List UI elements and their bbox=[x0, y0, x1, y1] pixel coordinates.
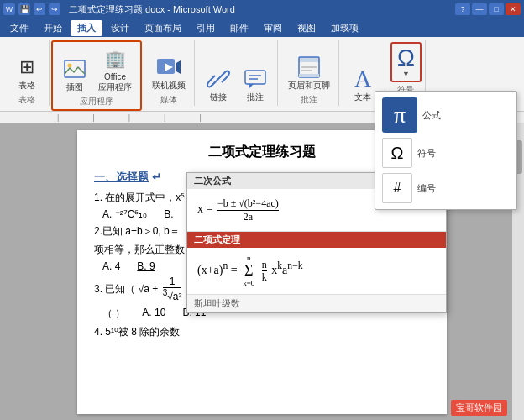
section-cursor: ↵ bbox=[152, 171, 161, 183]
comment-button[interactable]: 批注 bbox=[238, 64, 272, 104]
sigma-symbol: n Σ k=0 bbox=[243, 255, 254, 287]
numbering-row[interactable]: # 编号 bbox=[379, 171, 513, 206]
comment-icon bbox=[242, 66, 269, 92]
sum-lower: k=0 bbox=[243, 280, 254, 287]
watermark: 宝哥软件园 bbox=[451, 400, 507, 416]
ribbon-group-illustration: 插图 🏢 Office应用程序 应用程序 bbox=[51, 40, 142, 111]
svg-rect-5 bbox=[245, 71, 265, 84]
title-text: 二项式定理练习题.docx - Microsoft Word bbox=[69, 3, 235, 16]
ribbon-group-symbol: Ω ▼ 符号 bbox=[387, 40, 426, 96]
close-button[interactable]: ✕ bbox=[506, 3, 521, 15]
menu-mail[interactable]: 邮件 bbox=[223, 20, 255, 36]
title-bar: W 💾 ↩ ↪ 二项式定理练习题.docx - Microsoft Word ?… bbox=[0, 0, 524, 18]
window-controls: ? — □ ✕ bbox=[455, 3, 521, 15]
symbol-dropdown: π 公式 Ω 符号 # 编号 bbox=[375, 91, 517, 210]
menu-file[interactable]: 文件 bbox=[3, 20, 35, 36]
ans-3bracket: （ ） bbox=[102, 307, 125, 321]
ans-2b: B. 9 bbox=[137, 260, 155, 272]
menu-layout[interactable]: 页面布局 bbox=[138, 20, 188, 36]
office-apps-button[interactable]: 🏢 Office应用程序 bbox=[95, 44, 135, 94]
picture-icon bbox=[61, 55, 88, 82]
symbol-row[interactable]: Ω 符号 bbox=[379, 135, 513, 171]
video-label: 联机视频 bbox=[152, 81, 186, 91]
link-icon bbox=[205, 66, 232, 92]
formula-footer: 斯坦叶级数 bbox=[187, 295, 446, 312]
header-buttons: 页眉和页脚 bbox=[285, 40, 333, 92]
illustration-group-label: 应用程序 bbox=[80, 94, 113, 108]
menu-view[interactable]: 视图 bbox=[291, 20, 322, 36]
fraction-1: 1 3√a² bbox=[163, 276, 182, 303]
ans-2a: A. 4 bbox=[102, 260, 120, 272]
table-button[interactable]: ⊞ 表格 bbox=[10, 52, 44, 92]
svg-rect-8 bbox=[299, 57, 319, 62]
title-bar-left: W 💾 ↩ ↪ 二项式定理练习题.docx - Microsoft Word bbox=[3, 3, 235, 16]
save-icon[interactable]: 💾 bbox=[18, 3, 30, 15]
omega-icon: Ω bbox=[397, 46, 415, 70]
header-icon bbox=[296, 54, 322, 81]
comment-label: 批注 bbox=[247, 92, 264, 102]
minimize-button[interactable]: — bbox=[472, 3, 487, 15]
word-icon: W bbox=[3, 3, 15, 15]
undo-icon[interactable]: ↩ bbox=[34, 3, 45, 15]
binomial-math: (x+a)n = n Σ k=0 n k xkan−k bbox=[197, 255, 303, 287]
numbering-icon: # bbox=[382, 173, 412, 203]
symbol-top-button[interactable]: Ω ▼ bbox=[394, 45, 418, 79]
numbering-label: 编号 bbox=[417, 182, 436, 195]
maximize-button[interactable]: □ bbox=[489, 3, 504, 15]
ribbon: ⊞ 表格 表格 插图 🏢 Office应用程序 应用程序 bbox=[0, 37, 524, 112]
quadratic-frac: −b ± √(b²−4ac) 2a bbox=[217, 197, 279, 223]
symbol-dropdown-label: 符号 bbox=[417, 147, 436, 160]
ribbon-group-links: 链接 批注 bbox=[196, 40, 278, 106]
ribbon-group-header: 页眉和页脚 批注 bbox=[280, 40, 339, 106]
menu-insert[interactable]: 插入 bbox=[71, 20, 102, 36]
binom-coeff: n k bbox=[262, 259, 267, 284]
header-label: 页眉和页脚 bbox=[288, 81, 330, 91]
picture-button[interactable]: 插图 bbox=[58, 54, 92, 94]
link-label: 链接 bbox=[210, 92, 227, 102]
sqrt-a: √a bbox=[139, 283, 149, 295]
table-icon: ⊞ bbox=[13, 54, 40, 81]
menu-review[interactable]: 审阅 bbox=[257, 20, 289, 36]
header-footer-button[interactable]: 页眉和页脚 bbox=[285, 52, 333, 92]
link-buttons: 链接 批注 bbox=[202, 40, 272, 104]
help-button[interactable]: ? bbox=[455, 3, 470, 15]
omega-dropdown-icon: Ω bbox=[382, 138, 412, 168]
menu-design[interactable]: 设计 bbox=[104, 20, 136, 36]
ribbon-group-table: ⊞ 表格 表格 bbox=[5, 40, 50, 106]
ans-1b: B. bbox=[164, 208, 173, 220]
question-4: 4. 5¹⁰被 8 除的余数 bbox=[94, 324, 430, 339]
menu-references[interactable]: 引用 bbox=[190, 20, 222, 36]
table-buttons: ⊞ 表格 bbox=[10, 40, 44, 92]
office-label: Office应用程序 bbox=[98, 72, 132, 92]
ribbon-group-media: 联机视频 媒体 bbox=[144, 40, 195, 106]
svg-point-1 bbox=[68, 64, 72, 68]
binomial-title: 二项式定理 bbox=[187, 232, 446, 248]
binomial-formula: (x+a)n = n Σ k=0 n k xkan−k bbox=[187, 248, 446, 294]
table-group-label: 表格 bbox=[18, 92, 35, 106]
menu-addins[interactable]: 加载项 bbox=[324, 20, 365, 36]
menu-bar: 文件 开始 插入 设计 页面布局 引用 邮件 审阅 视图 加载项 bbox=[0, 18, 524, 37]
section-label: 一、选择题 bbox=[94, 171, 149, 183]
header-group-label: 批注 bbox=[301, 92, 317, 106]
table-label: 表格 bbox=[18, 81, 35, 91]
formula-label: 公式 bbox=[422, 109, 441, 122]
binomial-section: 二项式定理 (x+a)n = n Σ k=0 n bbox=[187, 232, 446, 295]
sum-upper: n bbox=[247, 255, 251, 262]
menu-home[interactable]: 开始 bbox=[37, 20, 69, 36]
text-icon: A bbox=[349, 66, 376, 92]
redo-icon[interactable]: ↪ bbox=[49, 3, 60, 15]
svg-rect-0 bbox=[65, 60, 85, 77]
media-buttons: 联机视频 bbox=[149, 40, 189, 92]
ans-1a: A. ⁻²⁷C⁶₁₀ bbox=[102, 208, 147, 220]
formula-row[interactable]: π 公式 bbox=[379, 95, 513, 135]
symbol-highlight: Ω ▼ bbox=[390, 42, 422, 82]
media-group-label: 媒体 bbox=[160, 92, 177, 106]
video-icon bbox=[155, 54, 182, 81]
symbol-btn-label: ▼ bbox=[402, 70, 410, 78]
online-video-button[interactable]: 联机视频 bbox=[149, 52, 189, 92]
link-button[interactable]: 链接 bbox=[202, 64, 235, 104]
ans-3a: A. 10 bbox=[142, 307, 165, 321]
illustration-buttons: 插图 🏢 Office应用程序 bbox=[58, 44, 135, 94]
picture-label: 插图 bbox=[66, 82, 83, 92]
quadratic-math: x = −b ± √(b²−4ac) 2a bbox=[197, 197, 280, 223]
